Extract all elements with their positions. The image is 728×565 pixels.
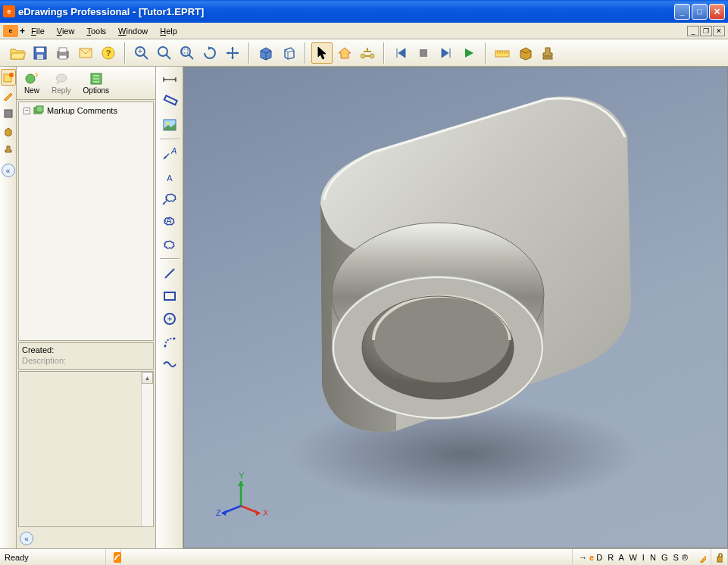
options-button[interactable]: Options [77, 70, 115, 96]
scrollbar[interactable]: ▲ [141, 372, 153, 526]
tab-stamp[interactable] [1, 142, 16, 158]
perspective-button[interactable] [278, 42, 299, 64]
app-icon: e [3, 5, 15, 17]
arc-tool[interactable] [158, 331, 181, 352]
select-button[interactable] [311, 42, 333, 64]
save-button[interactable] [30, 42, 51, 64]
print-button[interactable] [52, 42, 73, 64]
scroll-up-button[interactable]: ▲ [142, 372, 153, 384]
zoom-fit-button[interactable] [154, 42, 175, 64]
svg-point-41 [173, 338, 175, 340]
cloud-tool[interactable] [158, 234, 181, 255]
mdi-buttons: _ ❐ ✕ [687, 26, 725, 36]
next-button[interactable] [436, 42, 457, 64]
rectangle-tool[interactable] [158, 286, 181, 307]
open-button[interactable] [7, 42, 28, 64]
expand-icon[interactable]: − [23, 108, 30, 114]
first-button[interactable] [390, 42, 411, 64]
collapse-tabs-button[interactable]: « [2, 164, 15, 177]
rss-icon [114, 552, 121, 563]
tab-box[interactable] [1, 123, 16, 140]
reply-label: Reply [52, 86, 71, 95]
section-button[interactable] [514, 42, 536, 64]
shaded-button[interactable] [255, 42, 277, 64]
maximize-button[interactable]: □ [692, 4, 708, 20]
svg-rect-15 [183, 49, 188, 53]
svg-point-31 [166, 122, 169, 125]
app-menu-icon[interactable]: e [3, 25, 18, 37]
help-button[interactable]: ? [98, 42, 119, 64]
new-comment-button[interactable]: New [18, 70, 45, 96]
svg-rect-4 [59, 48, 67, 52]
options-label: Options [83, 86, 109, 95]
status-rss[interactable] [106, 549, 121, 565]
svg-rect-3 [58, 52, 68, 58]
markup-tree[interactable]: − Markup Comments [18, 101, 154, 341]
cloud-leader-tool[interactable] [158, 189, 181, 210]
text-leader-tool[interactable]: A [158, 143, 181, 164]
text-tool[interactable]: A [158, 166, 181, 187]
line-tool[interactable] [158, 263, 181, 284]
3d-viewport[interactable]: X Y Z [183, 67, 728, 548]
measure-button[interactable] [492, 42, 513, 64]
tab-components[interactable] [1, 105, 16, 122]
new-label: New [24, 86, 39, 95]
svg-rect-28 [36, 106, 43, 112]
collapse-panel-button[interactable]: « [20, 532, 33, 545]
svg-line-12 [166, 55, 170, 59]
status-bar: Ready → e D R A W I N G S® [0, 548, 728, 565]
svg-rect-0 [34, 47, 46, 59]
svg-text:+: + [138, 46, 142, 55]
menu-bar: e + File View Tools Window Help _ ❐ ✕ [0, 23, 728, 39]
stamp-button[interactable] [537, 42, 558, 64]
svg-point-40 [164, 345, 166, 348]
status-pencil[interactable] [695, 549, 711, 565]
lock-icon [716, 552, 723, 563]
svg-rect-29 [164, 95, 177, 105]
status-lock[interactable] [711, 549, 728, 565]
measure-tool[interactable] [158, 92, 181, 113]
image-tool[interactable] [158, 114, 181, 136]
spline-tool[interactable] [158, 354, 181, 375]
tab-markup[interactable] [1, 69, 16, 86]
created-label: Created: [22, 345, 150, 356]
menu-help[interactable]: Help [154, 25, 183, 37]
dimension-tool[interactable] [158, 69, 181, 90]
mdi-close-button[interactable]: ✕ [713, 26, 725, 36]
svg-rect-1 [36, 48, 44, 52]
zoom-area-button[interactable] [177, 42, 198, 64]
svg-rect-23 [5, 110, 12, 117]
menu-file[interactable]: File [25, 25, 51, 37]
description-area[interactable]: ▲ [18, 371, 154, 527]
menu-window[interactable]: Window [112, 25, 154, 37]
pan-button[interactable] [222, 42, 243, 64]
window-buttons: _ □ ✕ [674, 4, 725, 20]
send-button[interactable] [75, 42, 96, 64]
menu-tools[interactable]: Tools [80, 25, 112, 37]
stop-button[interactable] [413, 42, 434, 64]
mass-props-button[interactable] [357, 42, 378, 64]
close-button[interactable]: ✕ [709, 4, 725, 20]
mdi-minimize-button[interactable]: _ [687, 26, 699, 36]
zoom-in-button[interactable]: + [131, 42, 152, 64]
home-button[interactable] [334, 42, 355, 64]
markup-panel: New Reply Options − Markup Comments Crea… [17, 67, 156, 548]
tab-pencil[interactable] [1, 87, 16, 104]
options-icon [89, 71, 104, 86]
svg-point-8 [136, 47, 145, 56]
pencil-icon [699, 552, 706, 563]
play-button[interactable] [458, 42, 480, 64]
info-area: Created: Description: [18, 342, 154, 370]
rotate-button[interactable] [199, 42, 220, 64]
left-tab-strip: « [0, 67, 17, 548]
menu-view[interactable]: View [51, 25, 81, 37]
circle-tool[interactable] [158, 308, 181, 329]
mdi-restore-button[interactable]: ❐ [700, 26, 712, 36]
svg-point-13 [181, 47, 190, 56]
title-bar: e eDrawings Professional - [Tutor1.EPRT]… [0, 0, 728, 23]
cloud-text-tool[interactable]: A [158, 211, 181, 233]
orientation-triad: X Y Z [214, 472, 267, 525]
arrow-icon: → [579, 553, 588, 562]
minimize-button[interactable]: _ [674, 4, 690, 20]
tree-root-row[interactable]: − Markup Comments [20, 104, 152, 117]
